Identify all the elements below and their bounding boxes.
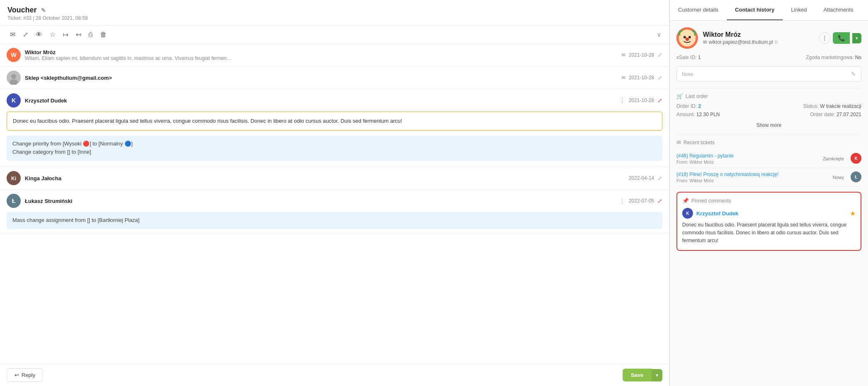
divider <box>676 135 861 135</box>
order-info-row2: Amount: 12.30 PLN Order date: 27.07.2021 <box>676 112 861 117</box>
reply-icon: ↩ <box>14 372 19 378</box>
message-sender: Wiktor Mróz <box>25 49 617 55</box>
call-button[interactable]: 📞 <box>833 32 850 44</box>
tab-customer-details[interactable]: Customer details <box>670 0 727 20</box>
copy-icon[interactable]: ⎘ <box>775 39 778 45</box>
order-amount-label: Amount: <box>676 112 695 117</box>
ticket-link[interactable]: (#18) Pilne! Proszę o natychmiastową rea… <box>676 172 829 177</box>
ticket-info: (#18) Pilne! Proszę o natychmiastową rea… <box>676 172 829 183</box>
expand-icon[interactable]: ⤢ <box>657 198 662 204</box>
tab-contact-history[interactable]: Contact history <box>727 0 783 20</box>
message-sender: Krzysztof Dudek <box>25 98 615 104</box>
call-dropdown-button[interactable]: ▾ <box>852 33 861 43</box>
message-sender: Kinga Jałocha <box>25 175 625 181</box>
reply-bar: ↩ Reply Save ▾ <box>0 364 669 386</box>
show-more-button[interactable]: Show more <box>756 120 782 131</box>
message-preview: Witam, Etiam sapien mi, bibendum vel sag… <box>25 55 232 61</box>
ticket-link[interactable]: (#48) Regulamin - pytanie <box>676 153 820 159</box>
message-date: 2021-10-28 <box>629 75 654 81</box>
zgoda-field: Zgoda marketingowa: No <box>806 55 861 60</box>
pinned-comments-section: 📌 Pinned comments K Krzysztof Dudek ★ Do… <box>676 192 861 251</box>
table-row: K Krzysztof Dudek ⋮ 2021-10-28 ⤢ Donec e… <box>0 89 669 167</box>
toolbar-chevron-icon[interactable]: ∨ <box>657 31 662 38</box>
expand-icon[interactable]: ⤢ <box>657 175 662 181</box>
expand-icon[interactable]: ⤢ <box>657 74 662 81</box>
svg-text:K: K <box>12 97 16 104</box>
order-amount-value: 12.30 PLN <box>696 112 720 117</box>
ticket-icon: ✉ <box>676 139 681 145</box>
message-header[interactable]: K Krzysztof Dudek ⋮ 2021-10-28 ⤢ <box>0 89 669 112</box>
customer-card: Wiktor Mróz ✉ wiktor.papiez@test.thulium… <box>676 27 861 49</box>
edit-icon[interactable]: ✎ <box>41 7 46 14</box>
dots-menu[interactable]: ⋮ <box>619 197 626 205</box>
save-dropdown-button[interactable]: ▾ <box>652 369 662 381</box>
message-header[interactable]: Ki Kinga Jałocha 2022-04-14 ⤢ <box>0 167 669 189</box>
recent-tickets-label: Recent tickets <box>683 140 715 145</box>
save-btn-group: Save ▾ <box>623 369 662 381</box>
message-date: 2021-10-28 <box>629 98 654 103</box>
last-order-section: 🛒 Last order <box>676 93 861 99</box>
table-row: Ł Łukasz Strumiński ⋮ 2022-07-05 ⤢ Mass … <box>0 190 669 234</box>
right-panel: Customer details Contact history Linked … <box>669 0 868 386</box>
list-item: (#18) Pilne! Proszę o natychmiastową rea… <box>676 168 861 187</box>
last-order-label: Last order <box>686 93 708 99</box>
tab-linked[interactable]: Linked <box>783 0 815 20</box>
order-date-field: Order date: 27.07.2021 <box>810 112 861 117</box>
svg-text:K: K <box>854 156 858 161</box>
toolbar-print-btn[interactable]: ⎙ <box>86 29 95 40</box>
toolbar-delete-btn[interactable]: 🗑 <box>98 29 109 40</box>
note-box: Note ✎ <box>676 66 861 82</box>
toolbar-forward-btn[interactable]: ↦ <box>60 29 71 40</box>
divider <box>676 88 861 89</box>
expand-icon[interactable]: ⤢ <box>657 52 662 58</box>
table-row: Sklep <sklepthulium@gmail.com> ✉ 2021-10… <box>0 67 669 89</box>
reply-label: Reply <box>22 372 35 378</box>
toolbar-share-btn[interactable]: ⤢ <box>20 29 31 40</box>
order-id-field: Order ID: 2 <box>676 103 701 109</box>
svg-text:Ł: Ł <box>855 175 857 179</box>
dots-menu[interactable]: ⋮ <box>619 97 626 105</box>
pinned-star-icon[interactable]: ★ <box>850 210 856 217</box>
message-header[interactable]: Sklep <sklepthulium@gmail.com> ✉ 2021-10… <box>0 67 669 89</box>
ticket-meta: Ticket: #33 | 28 October 2021, 08:58 <box>7 15 662 21</box>
note-edit-icon[interactable]: ✎ <box>851 71 856 77</box>
tabs: Customer details Contact history Linked … <box>670 0 868 21</box>
message-date: 2022-07-05 <box>629 198 654 204</box>
messages-area: W Wiktor Mróz Witam, Etiam sapien mi, bi… <box>0 44 669 364</box>
svg-text:Ki: Ki <box>11 176 16 181</box>
toolbar-email-btn[interactable]: ✉ <box>7 29 18 40</box>
order-amount-field: Amount: 12.30 PLN <box>676 112 720 117</box>
ticket-from: From: Wiktor Mróz <box>676 178 829 183</box>
email-icon: ✉ <box>621 52 626 58</box>
toolbar-star-btn[interactable]: ☆ <box>47 29 58 40</box>
ticket-status: Zamknięte <box>823 156 844 161</box>
order-status-value: W trakcie realizacji <box>820 103 861 109</box>
xsale-field: xSale ID: 1 <box>676 55 701 60</box>
toolbar-back-btn[interactable]: ↤ <box>73 29 84 40</box>
svg-point-15 <box>688 36 691 38</box>
avatar: Ki <box>7 171 21 185</box>
message-content-orange: Donec eu faucibus odio. Praesent placera… <box>7 112 662 131</box>
message-meta: ⋮ 2021-10-28 ⤢ <box>619 97 662 105</box>
tab-attachments[interactable]: Attachments <box>815 0 861 20</box>
note-placeholder[interactable]: Note <box>682 71 693 77</box>
pinned-avatar: K <box>682 208 693 219</box>
order-id-link[interactable]: 2 <box>698 103 701 109</box>
pinned-author-name[interactable]: Krzysztof Dudek <box>696 210 739 217</box>
message-content-blue: Change priority from [Wysoki 🔴] to [Norm… <box>7 136 662 161</box>
order-date-label: Order date: <box>810 112 835 117</box>
reply-button[interactable]: ↩ Reply <box>7 368 43 382</box>
order-id-label: Order ID: <box>676 103 697 109</box>
save-button[interactable]: Save <box>623 369 652 381</box>
pinned-text: Donec eu faucibus odio. Praesent placera… <box>682 221 856 245</box>
message-meta: ⋮ 2022-07-05 ⤢ <box>619 197 662 205</box>
message-meta: ✉ 2021-10-28 ⤢ <box>621 52 662 58</box>
customer-email: ✉ wiktor.papiez@test.thulium.pl ⎘ <box>703 39 778 45</box>
message-header[interactable]: Ł Łukasz Strumiński ⋮ 2022-07-05 ⤢ <box>0 190 669 212</box>
xsale-label: xSale ID: <box>676 55 697 60</box>
message-header[interactable]: W Wiktor Mróz Witam, Etiam sapien mi, bi… <box>0 44 669 66</box>
toolbar-view-btn[interactable]: 👁 <box>33 29 45 40</box>
customer-more-button[interactable]: ⋮ <box>819 32 830 44</box>
ticket-info: (#48) Regulamin - pytanie From: Wiktor M… <box>676 153 820 164</box>
expand-icon[interactable]: ⤢ <box>657 97 662 104</box>
